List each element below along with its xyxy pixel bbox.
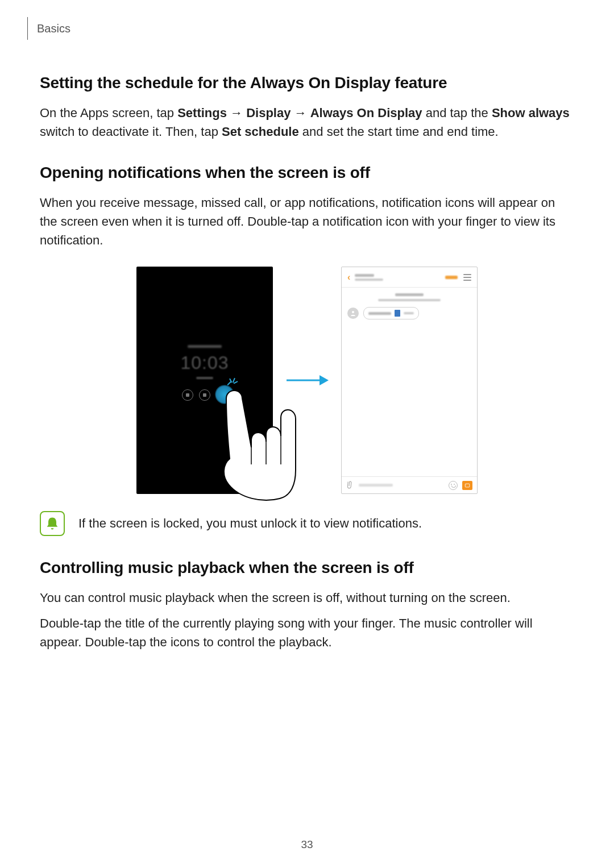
attachment-icon [344,479,356,491]
heading-music: Controlling music playback when the scre… [40,559,574,577]
message-bubble [363,307,419,319]
header-action-placeholder [445,276,458,279]
phone-messages-app: ‹ [341,267,478,494]
heading-notifications: Opening notifications when the screen is… [40,164,574,182]
note-text: If the screen is locked, you must unlock… [78,516,422,531]
keyboard-icon [462,481,472,490]
figure-aod-to-messages: 10:03 [40,267,574,494]
page-number: 33 [0,838,614,851]
breadcrumb-text: Basics [37,22,70,35]
notification-icon [199,389,210,401]
avatar-icon [347,308,359,319]
conversation-date [342,288,477,305]
breadcrumb-divider [27,17,28,40]
emoji-icon [449,481,458,490]
input-placeholder [359,484,393,487]
paragraph-music-1: You can control music playback when the … [40,588,574,607]
breadcrumb: Basics [27,17,574,40]
note-bell-icon [40,511,65,536]
messages-header: ‹ [342,267,477,288]
paragraph-schedule: On the Apps screen, tap Settings → Displ… [40,103,574,141]
aod-time: 10:03 [136,352,273,373]
contact-name-placeholder [355,274,383,281]
menu-icon [463,274,471,281]
messages-input-bar [342,476,477,493]
manual-page: Basics Setting the schedule for the Alwa… [0,0,614,868]
svg-point-2 [352,311,354,313]
paragraph-notifications: When you receive message, missed call, o… [40,193,574,250]
aod-day-placeholder [188,345,222,348]
svg-marker-1 [320,375,329,385]
heading-schedule: Setting the schedule for the Always On D… [40,74,574,92]
notification-icon [182,389,193,401]
note-callout: If the screen is locked, you must unlock… [40,511,574,536]
aod-date-placeholder [196,377,213,379]
back-icon: ‹ [347,272,350,283]
paragraph-music-2: Double-tap the title of the currently pl… [40,614,574,651]
hand-gesture-icon [217,385,297,504]
message-row [342,305,477,322]
attachment-doc-icon [395,310,400,317]
phone-aod-wrapper: 10:03 [136,267,273,494]
svg-rect-3 [465,484,470,487]
